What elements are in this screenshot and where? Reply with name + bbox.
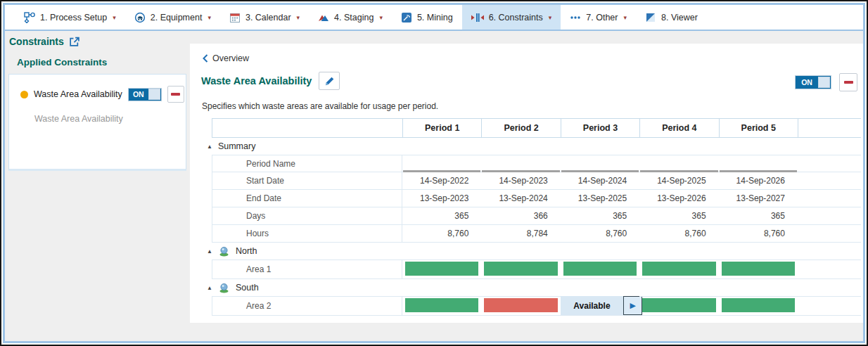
table-header-row: Period 1 Period 2 Period 3 Period 4 Peri…	[202, 118, 861, 138]
nav-item-equipment[interactable]: 2. Equipment ▾	[125, 5, 220, 30]
nav-label: 8. Viewer	[661, 13, 698, 23]
window-content: 1. Process Setup ▾ 2. Equipment ▾ 3. Cal…	[3, 3, 865, 343]
table-cell: 14-Sep-2022	[402, 172, 481, 190]
group-row-summary[interactable]: ▲ Summary	[202, 138, 861, 155]
chevron-down-icon: ▾	[549, 14, 552, 21]
remove-constraint-detail-button[interactable]	[839, 73, 857, 91]
availability-editor: Available ▶	[561, 296, 642, 315]
nav-label: 2. Equipment	[151, 13, 203, 23]
period-name-cell[interactable]	[481, 155, 560, 172]
nav-label: 5. Mining	[417, 13, 453, 23]
table-cell: 8,760	[402, 225, 481, 243]
collapse-icon[interactable]: ▲	[207, 248, 212, 255]
constraint-subtitle: Waste Area Availability	[9, 103, 186, 124]
table-cell: 365	[719, 207, 798, 225]
nav-label: 6. Constraints	[489, 13, 543, 23]
nav-item-process-setup[interactable]: 1. Process Setup ▾	[15, 5, 125, 30]
availability-cell[interactable]	[719, 260, 798, 279]
row-label: Start Date	[212, 172, 402, 190]
period-name-cell[interactable]	[402, 155, 481, 172]
header-tail-cell	[798, 118, 861, 138]
period-name-cell[interactable]	[639, 155, 718, 172]
page-title-text: Constraints	[9, 36, 64, 47]
availability-bar	[484, 262, 557, 276]
application-window: 1. Process Setup ▾ 2. Equipment ▾ 3. Cal…	[0, 0, 868, 346]
group-label: North	[236, 246, 257, 256]
back-link-label: Overview	[212, 53, 249, 63]
table-cell: 14-Sep-2026	[719, 172, 798, 190]
constraint-bullet-icon	[20, 91, 28, 98]
availability-cell[interactable]	[481, 296, 560, 316]
chevron-down-icon: ▾	[379, 14, 383, 21]
table-cell: 366	[481, 207, 560, 225]
row-label: Area 1	[212, 260, 402, 279]
availability-bar	[642, 262, 715, 276]
group-label: Summary	[218, 141, 255, 151]
availability-cell[interactable]	[639, 260, 718, 279]
availability-cell[interactable]	[402, 296, 481, 316]
table-cell: 13-Sep-2026	[639, 190, 718, 207]
constraint-on-toggle[interactable]: ON	[128, 88, 162, 101]
chevron-down-icon: ▾	[113, 14, 116, 21]
minus-icon	[171, 93, 180, 96]
pencil-icon	[324, 76, 335, 86]
column-header: Period 3	[561, 118, 639, 138]
table-row-area-2: Area 2 Available ▶	[202, 296, 861, 316]
row-label: Days	[212, 207, 402, 225]
edit-constraint-button[interactable]	[319, 72, 340, 90]
constraints-icon	[471, 12, 484, 23]
availability-cell[interactable]	[481, 260, 560, 279]
external-link-icon[interactable]	[69, 37, 79, 47]
collapse-icon[interactable]: ▲	[207, 285, 212, 291]
location-icon	[218, 282, 230, 293]
table-row-start-date: Start Date 14-Sep-2022 14-Sep-2023 14-Se…	[202, 172, 861, 190]
nav-item-viewer[interactable]: 8. Viewer	[636, 5, 707, 30]
header-label-cell	[212, 118, 402, 138]
column-header: Period 1	[402, 118, 481, 138]
staging-icon	[318, 12, 329, 23]
nav-item-other[interactable]: 7. Other ▾	[561, 5, 636, 30]
nav-label: 3. Calendar	[245, 13, 291, 23]
period-name-cell[interactable]	[719, 155, 798, 172]
constraint-detail-on-toggle[interactable]: ON	[795, 75, 831, 89]
detail-controls: ON	[795, 73, 857, 91]
availability-cell[interactable]: Available ▶	[561, 296, 639, 316]
availability-bar	[405, 262, 478, 276]
remove-constraint-button[interactable]	[167, 86, 184, 103]
back-to-overview-link[interactable]: Overview	[203, 53, 249, 63]
nav-item-constraints[interactable]: 6. Constraints ▾	[462, 5, 561, 30]
table-cell: 365	[561, 207, 639, 225]
availability-cell[interactable]	[402, 260, 481, 279]
table-cell: 13-Sep-2023	[402, 190, 481, 207]
availability-bar	[563, 262, 637, 276]
availability-cell[interactable]	[639, 296, 718, 316]
nav-item-staging[interactable]: 4. Staging ▾	[309, 5, 392, 30]
applied-constraint-card[interactable]: Waste Area Availability ON Waste Area Av…	[8, 74, 186, 171]
group-row-south[interactable]: ▲ South	[202, 279, 861, 296]
availability-cell[interactable]	[561, 260, 639, 279]
availability-cell[interactable]	[719, 296, 798, 316]
availability-bar	[722, 262, 795, 276]
collapse-icon[interactable]: ▲	[207, 143, 212, 150]
group-row-north[interactable]: ▲ North	[202, 243, 861, 260]
availability-bar	[405, 298, 478, 312]
viewer-icon	[645, 12, 656, 23]
period-name-cell[interactable]	[561, 155, 639, 172]
table-cell: 365	[639, 207, 718, 225]
play-icon: ▶	[630, 301, 635, 310]
location-icon	[218, 245, 230, 257]
availability-bar	[642, 298, 715, 312]
table-row-end-date: End Date 13-Sep-2023 13-Sep-2024 13-Sep-…	[202, 190, 861, 207]
mining-icon	[401, 12, 412, 23]
nav-item-calendar[interactable]: 3. Calendar ▾	[220, 5, 309, 30]
column-header: Period 2	[481, 118, 560, 138]
table-cell: 8,760	[719, 225, 798, 243]
nav-item-mining[interactable]: 5. Mining	[392, 5, 462, 30]
chevron-down-icon: ▾	[623, 14, 627, 21]
toggle-knob	[148, 89, 160, 100]
table-row-hours: Hours 8,760 8,784 8,760 8,760 8,760	[202, 225, 861, 243]
table-cell: 365	[402, 207, 481, 225]
table-cell: 13-Sep-2025	[561, 190, 639, 207]
row-label: Area 2	[212, 296, 402, 316]
nav-label: 1. Process Setup	[40, 13, 107, 23]
